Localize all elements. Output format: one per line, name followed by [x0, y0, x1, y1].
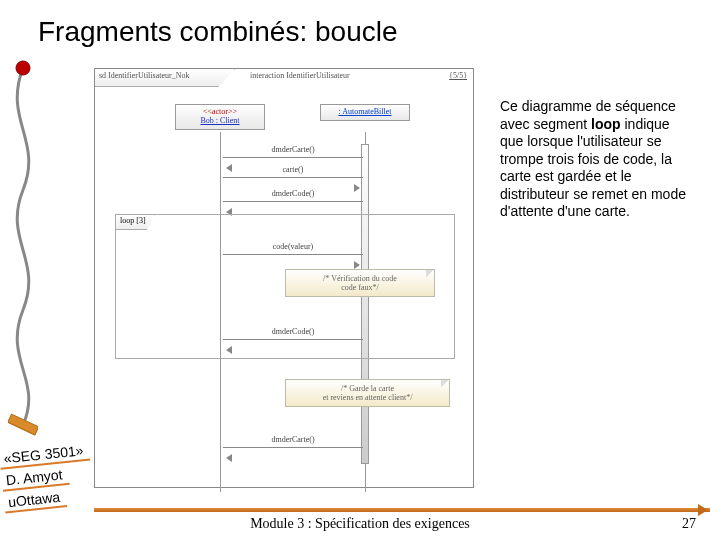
note-line: code faux*/ — [292, 283, 428, 292]
note-line: et reviens en attente client*/ — [292, 393, 443, 402]
lifeline-object: : AutomateBillet — [320, 104, 410, 121]
lifeline-object-head: : AutomateBillet — [320, 104, 410, 121]
msg-label: code(valeur) — [273, 242, 313, 251]
svg-point-0 — [16, 61, 30, 75]
tag-university: uOttawa — [3, 488, 67, 513]
slide-title: Fragments combinés: boucle — [38, 16, 398, 48]
diagram-frame-ref: {5/5} — [449, 69, 467, 80]
description-text: Ce diagramme de séquence avec segment lo… — [500, 98, 690, 221]
sequence-diagram: sd IdentifierUtilisateur_Nok interaction… — [94, 68, 474, 488]
actor-name: Bob : Client — [180, 117, 260, 126]
msg-label: dmderCode() — [272, 327, 315, 336]
loop-fragment-label: loop [3] — [116, 215, 155, 230]
lifeline-actor: <<actor>> Bob : Client — [175, 104, 265, 130]
course-tags: «SEG 3501» D. Amyot uOttawa — [0, 441, 95, 516]
svg-rect-1 — [8, 414, 38, 435]
diagram-frame-label: sd IdentifierUtilisateur_Nok — [95, 69, 235, 87]
note-garde: /* Garde la carte et reviens en attente … — [285, 379, 450, 407]
note-line: /* Garde la carte — [292, 384, 443, 393]
msg-label: carte() — [283, 165, 304, 174]
note-verification: /* Vérification du code code faux*/ — [285, 269, 435, 297]
footer-module: Module 3 : Spécification des exigences — [0, 516, 720, 532]
msg-label: dmderCode() — [272, 189, 315, 198]
note-line: /* Vérification du code — [292, 274, 428, 283]
diagram-frame-title: interaction IdentifierUtilisateur — [250, 69, 350, 80]
decor-squiggle — [8, 60, 38, 460]
msg-label: dmderCarte() — [271, 435, 314, 444]
page-number: 27 — [682, 516, 696, 532]
msg-label: dmderCarte() — [271, 145, 314, 154]
lifeline-actor-head: <<actor>> Bob : Client — [175, 104, 265, 130]
desc-bold: loop — [591, 116, 621, 132]
footer-arrow — [94, 508, 710, 512]
